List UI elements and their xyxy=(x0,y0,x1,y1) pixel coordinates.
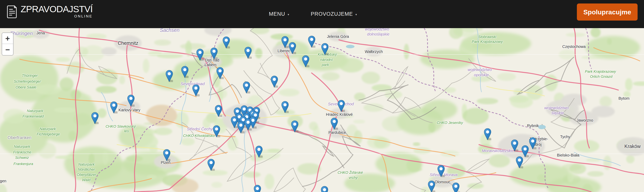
map-marker-icon[interactable] xyxy=(271,76,278,88)
newspaper-icon xyxy=(7,5,17,18)
nav-menu[interactable]: MENU ▾ xyxy=(269,11,289,17)
map-label: województwo xyxy=(365,28,389,31)
map-label: Naturpark xyxy=(40,127,56,131)
page: ZPRAVODAJSTVÍ ONLINE MENU ▾ PROVOZUJEME … xyxy=(0,0,644,192)
zoom-in-button[interactable]: + xyxy=(2,33,13,44)
map-label: Rybnik xyxy=(527,123,539,128)
map-label: CHKO Žďárské xyxy=(338,171,363,175)
top-navigation-bar: ZPRAVODAJSTVÍ ONLINE MENU ▾ PROVOZUJEME … xyxy=(0,0,644,28)
map-label: Naturpark xyxy=(78,162,94,167)
map-marker-icon[interactable] xyxy=(215,105,222,117)
map-label: Fichtelgebirge xyxy=(36,132,60,136)
map-label: województwo xyxy=(544,105,569,110)
map-marker-icon[interactable] xyxy=(289,42,296,54)
map-marker-icon[interactable] xyxy=(163,149,170,161)
site-title: ZPRAVODAJSTVÍ xyxy=(20,4,92,14)
map-marker-icon[interactable] xyxy=(244,118,252,130)
map-marker-icon[interactable] xyxy=(210,48,218,60)
map-label: Pardubice xyxy=(328,130,346,135)
map-label: Nördlicher xyxy=(78,167,95,172)
map-label: Střední Čechy xyxy=(187,127,213,131)
map-marker-icon[interactable] xyxy=(484,128,491,140)
map-label: Park Krajobrazowy xyxy=(585,69,616,74)
map-label: Jelenia Góra xyxy=(327,34,349,39)
map-label: Frankenjura xyxy=(14,162,33,166)
map-label: Chemnitz xyxy=(118,40,138,46)
map-marker-icon[interactable] xyxy=(321,186,328,192)
map-zoom-control: + − xyxy=(2,32,14,56)
map-marker-icon[interactable] xyxy=(222,36,230,48)
map-marker-icon[interactable] xyxy=(181,66,188,78)
map-label: opolskie xyxy=(474,73,489,77)
map-marker-icon[interactable] xyxy=(452,183,460,192)
map-marker-icon[interactable] xyxy=(244,47,252,59)
map-marker-icon[interactable] xyxy=(213,125,220,137)
map-marker-icon[interactable] xyxy=(196,49,204,61)
map-label: Moravskoslezsko xyxy=(482,148,513,153)
map-marker-icon[interactable] xyxy=(428,181,435,192)
map-marker-icon[interactable] xyxy=(511,139,518,151)
map-label: Częstochowa xyxy=(562,44,586,49)
map-label: Karlovy Vary xyxy=(118,108,140,112)
map-label: Obere Saale xyxy=(16,85,36,90)
map-marker-icon[interactable] xyxy=(330,118,338,130)
chevron-down-icon: ▾ xyxy=(288,13,290,16)
map-marker-icon[interactable] xyxy=(243,82,250,94)
nav-provozujeme[interactable]: PROVOZUJEME ▾ xyxy=(311,11,357,17)
map-label: gen xyxy=(0,179,6,183)
map-label: Tychy xyxy=(560,135,570,139)
map-label: Schweiz xyxy=(15,156,29,160)
map-label: Naturpark xyxy=(27,109,43,113)
map-label: Bytom xyxy=(618,96,630,101)
main-nav: MENU ▾ PROVOZUJEME ▾ xyxy=(269,0,357,28)
collaborate-button[interactable]: Spolupracujme xyxy=(577,3,638,20)
map-label: Labem xyxy=(204,63,216,67)
map-marker-icon[interactable] xyxy=(321,43,328,55)
site-subtitle: ONLINE xyxy=(74,14,92,18)
map-canvas[interactable]: ThüringenSachsenJenaChemnitzÚstí nadLabe… xyxy=(0,28,644,192)
map-marker-icon[interactable] xyxy=(522,145,529,157)
map-label: Wałbrzych xyxy=(365,49,383,54)
map-marker-icon[interactable] xyxy=(208,159,215,171)
map-marker-icon[interactable] xyxy=(127,95,135,107)
map-label: Kraków xyxy=(624,144,640,149)
map-marker-icon[interactable] xyxy=(438,165,445,177)
map-label: národní xyxy=(320,58,333,62)
map-label: les xyxy=(124,129,129,133)
map-marker-icon[interactable] xyxy=(254,185,261,192)
map-label: Wald xyxy=(82,178,90,182)
map-marker-icon[interactable] xyxy=(166,70,173,82)
site-logo[interactable]: ZPRAVODAJSTVÍ ONLINE xyxy=(7,4,92,18)
map-marker-icon[interactable] xyxy=(255,146,263,158)
map-label: dolnośląskie xyxy=(367,32,390,36)
map-marker-icon[interactable] xyxy=(308,36,316,48)
map-label: Orlich Gniazd xyxy=(590,75,612,79)
map-marker-icon[interactable] xyxy=(237,121,244,133)
map-label: Jaworzno xyxy=(576,118,593,123)
map-label: Oberfranken xyxy=(8,135,31,140)
zoom-out-button[interactable]: − xyxy=(2,44,13,55)
map-label: Bielsko-Biała xyxy=(557,153,580,158)
map-marker-icon[interactable] xyxy=(281,101,289,113)
map-marker-icon[interactable] xyxy=(110,101,118,113)
map-marker-icon[interactable] xyxy=(302,55,309,67)
map-label: Sachsen xyxy=(160,28,180,33)
map-label: Park Krajobrazowy xyxy=(472,40,502,44)
nav-provozujeme-label: PROVOZUJEME xyxy=(311,11,353,17)
map-label: śląskie xyxy=(552,110,564,115)
map-marker-icon[interactable] xyxy=(192,84,200,96)
site-title-block: ZPRAVODAJSTVÍ ONLINE xyxy=(20,4,92,18)
map-marker-icon[interactable] xyxy=(216,67,224,79)
map-label: Fränkische xyxy=(13,150,31,154)
map-label: Olomouc xyxy=(435,180,450,184)
map-marker-icon[interactable] xyxy=(91,112,99,124)
map-label: Schiefergebirge/ xyxy=(14,79,41,84)
map-marker-icon[interactable] xyxy=(281,36,289,48)
map-label: Jena xyxy=(36,31,45,35)
map-label: Hradec Králové xyxy=(326,112,353,117)
map-marker-icon[interactable] xyxy=(529,137,536,149)
map-marker-icon[interactable] xyxy=(516,156,523,168)
map-label: województwo xyxy=(468,67,492,72)
map-marker-icon[interactable] xyxy=(291,120,298,132)
map-marker-icon[interactable] xyxy=(338,100,345,112)
